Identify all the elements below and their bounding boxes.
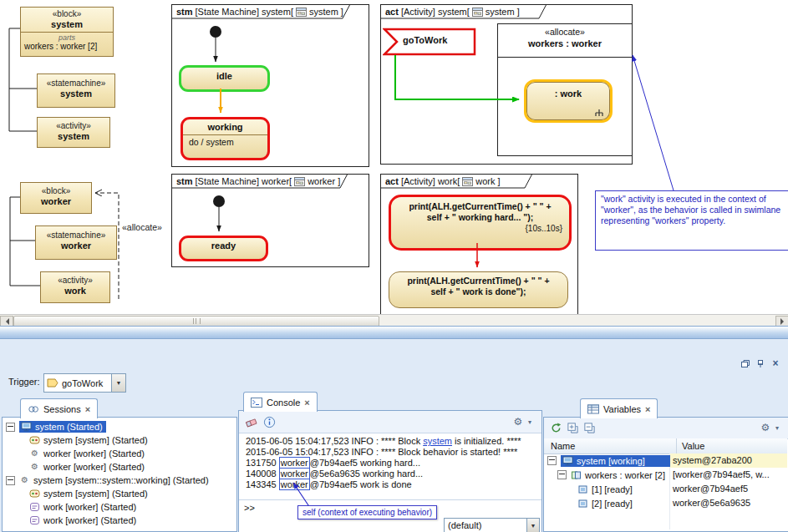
action-print-done[interactable]: print(ALH.getCurrentTime() + " " + self … [389, 271, 568, 308]
trigger-dropdown-button[interactable]: ▼ [111, 374, 125, 392]
collapse-icon[interactable] [6, 476, 15, 485]
block-worker[interactable]: «block» worker [20, 182, 92, 214]
statemachine-icon [29, 489, 40, 499]
float-window-button[interactable] [739, 357, 752, 369]
action-print-working[interactable]: print(ALH.getCurrentTime() + " " + self … [389, 195, 572, 251]
frame-type: [Activity] work[ [401, 176, 460, 186]
block-name: system [21, 19, 113, 30]
session-item[interactable]: ⚙ system [system::system::working] (Star… [6, 474, 209, 487]
float-icon [740, 359, 750, 368]
close-tab-icon[interactable]: × [304, 398, 309, 407]
block-system[interactable]: «block» system parts workers : worker [2… [20, 7, 114, 57]
session-item[interactable]: system [system] (Started) [29, 433, 148, 447]
tab-sessions[interactable]: Sessions × [20, 398, 98, 418]
stereotype-label: «block» [21, 185, 91, 196]
action-name: : work [526, 82, 610, 99]
scope-combobox[interactable]: (default) ▼ [444, 518, 540, 532]
right-arrow-icon [780, 318, 787, 325]
highlighted-self-token: worker [279, 479, 310, 490]
activity-system[interactable]: «activity» system [37, 117, 110, 148]
variable-row[interactable]: [1] [ready] worker@7b94aef5 [544, 482, 787, 496]
part-property[interactable]: workers : worker [2] [21, 42, 113, 52]
tab-console[interactable]: Console × [243, 392, 318, 412]
collapse-icon[interactable] [547, 456, 557, 465]
expand-all-button[interactable] [566, 421, 579, 434]
variable-value[interactable]: worker@5e6a9635 [673, 496, 750, 510]
sessions-panel: system (Started) system [system] (Starte… [2, 417, 237, 532]
frame-bracket: ] [338, 176, 340, 186]
stereotype-label: «activity» [41, 274, 109, 286]
close-tab-icon[interactable]: × [645, 405, 650, 413]
docked-window-separator[interactable] [0, 326, 788, 339]
collapse-all-button[interactable] [582, 421, 596, 434]
frame-context: worker [308, 176, 335, 186]
console-line: 2015-06-05 15:04:17,523 INFO : **** Bloc… [246, 436, 521, 447]
accept-event-goToWork[interactable]: goToWork [383, 28, 476, 56]
close-tab-icon[interactable]: × [85, 405, 90, 413]
frame-type: [Activity] system[ [401, 7, 470, 17]
settings-dropdown-icon[interactable]: ▾ [770, 421, 784, 434]
diagram-canvas[interactable]: «block» system parts workers : worker [2… [0, 0, 788, 314]
session-item[interactable]: ⚙ worker [worker] (Started) [29, 447, 145, 460]
log-text: @7b94aef5 work is done [310, 479, 412, 489]
chevron-down-icon: ▼ [531, 523, 536, 529]
column-header-value[interactable]: Value [677, 438, 704, 453]
session-item[interactable]: work [worker] (Started) [29, 514, 136, 527]
session-label: work [worker] (Started) [43, 515, 136, 525]
variable-row[interactable]: system [working] system@27aba200 [544, 453, 787, 468]
settings-dropdown-icon[interactable]: ▾ [523, 415, 536, 428]
session-label: worker [worker] (Started) [43, 462, 145, 472]
block-instance-icon [21, 422, 32, 432]
variable-name: [1] [ready] [592, 484, 633, 494]
close-window-button[interactable]: × [769, 357, 782, 369]
thumb-grip-icon [193, 318, 201, 324]
variable-row[interactable]: [2] [ready] worker@5e6a9635 [544, 496, 787, 510]
pin-window-button[interactable] [754, 357, 767, 369]
variable-value[interactable]: [worker@7b94aef5, w... [673, 468, 770, 482]
collapse-all-icon [583, 422, 596, 434]
selected-variable: system [working] [561, 455, 675, 467]
accept-event-label: goToWork [403, 35, 447, 45]
state-name: idle [181, 68, 267, 84]
clear-console-button[interactable] [244, 415, 257, 428]
stereotype-label: «activity» [38, 119, 109, 131]
session-label: work [worker] (Started) [43, 502, 136, 512]
statemachine-system[interactable]: «statemachine» system [37, 73, 115, 108]
column-header-name[interactable]: Name [544, 438, 677, 453]
console-link[interactable]: system [423, 436, 452, 446]
console-line: 140008 worker@5e6a9635 working hard... [246, 469, 423, 479]
prompt-label: >> [244, 503, 255, 513]
collapse-icon[interactable] [557, 470, 567, 479]
collapse-icon[interactable] [6, 423, 15, 432]
refresh-button[interactable] [549, 421, 562, 434]
variable-value[interactable]: system@27aba200 [670, 453, 787, 468]
state-working[interactable]: working do / system [180, 117, 270, 160]
scope-dropdown-button[interactable]: ▼ [526, 519, 539, 532]
variable-value[interactable]: worker@7b94aef5 [673, 482, 748, 496]
log-text: 131750 [246, 458, 279, 468]
tab-label: Console [267, 398, 300, 408]
horizontal-scrollbar[interactable] [0, 314, 788, 327]
activity-work[interactable]: «activity» work [40, 271, 110, 303]
info-button[interactable] [262, 415, 276, 428]
activity-icon [29, 515, 40, 525]
call-behavior-work[interactable]: : work [524, 79, 613, 123]
session-item[interactable]: system [system] (Started) [29, 487, 148, 500]
log-text: @5e6a9635 working hard... [310, 469, 423, 479]
session-item[interactable]: system (Started) [6, 420, 106, 433]
tab-variables[interactable]: Variables × [580, 398, 658, 418]
comment-note[interactable]: "work" activity is executed in the conte… [595, 190, 788, 251]
trigger-combobox[interactable]: goToWork ▼ [43, 373, 126, 393]
session-item[interactable]: ⚙ worker [worker] (Started) [29, 460, 145, 474]
instance-item-icon [577, 499, 588, 509]
state-ready[interactable]: ready [179, 236, 268, 261]
variable-name: workers : worker [2] [585, 470, 665, 480]
variable-row[interactable]: workers : worker [2] [worker@7b94aef5, w… [544, 468, 787, 482]
session-item[interactable]: work [worker] (Started) [29, 500, 136, 514]
action-body-line: print(ALH.getCurrentTime() + " " + [391, 201, 569, 212]
statemachine-worker[interactable]: «statemachine» worker [35, 225, 117, 260]
diagram-icon [462, 177, 473, 186]
state-idle[interactable]: idle [179, 65, 270, 92]
variables-toolbar: ⚙ ▾ [544, 418, 788, 439]
worker-session-icon: ⚙ [29, 448, 40, 459]
